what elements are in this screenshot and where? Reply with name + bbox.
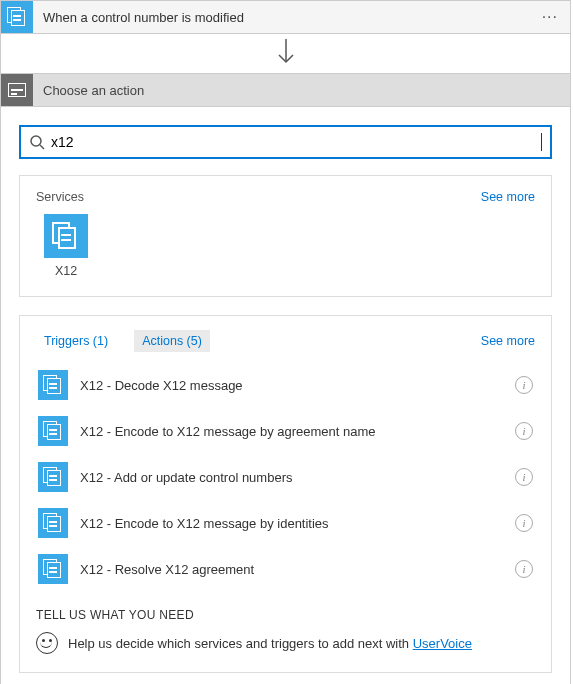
- info-icon[interactable]: i: [515, 422, 533, 440]
- doc-stack-icon: [44, 214, 88, 258]
- smiley-icon: [36, 632, 58, 654]
- uservoice-link[interactable]: UserVoice: [413, 636, 472, 651]
- service-tile-x12[interactable]: X12: [36, 214, 96, 278]
- info-icon[interactable]: i: [515, 514, 533, 532]
- choose-action-body: Services See more X12 Triggers (1) Actio…: [1, 107, 570, 684]
- action-item-label: X12 - Encode to X12 message by identitie…: [80, 516, 503, 531]
- services-see-more-link[interactable]: See more: [481, 190, 535, 204]
- action-item[interactable]: X12 - Decode X12 messagei: [36, 362, 535, 408]
- designer-panel: When a control number is modified ··· Ch…: [0, 0, 571, 684]
- search-input[interactable]: [45, 134, 543, 150]
- tab-triggers[interactable]: Triggers (1): [36, 330, 116, 352]
- svg-point-1: [31, 136, 41, 146]
- info-icon[interactable]: i: [515, 376, 533, 394]
- x12-connector-icon: [1, 1, 33, 33]
- action-item-label: X12 - Encode to X12 message by agreement…: [80, 424, 503, 439]
- results-section: Triggers (1) Actions (5) See more X12 - …: [19, 315, 552, 673]
- services-heading: Services: [36, 190, 84, 204]
- info-icon[interactable]: i: [515, 468, 533, 486]
- action-search[interactable]: [19, 125, 552, 159]
- ellipsis-icon[interactable]: ···: [530, 8, 570, 26]
- results-tabs: Triggers (1) Actions (5) See more: [36, 330, 535, 352]
- doc-stack-icon: [38, 462, 68, 492]
- action-item[interactable]: X12 - Add or update control numbersi: [36, 454, 535, 500]
- flow-arrow: [1, 34, 570, 74]
- svg-line-2: [40, 145, 44, 149]
- action-item-label: X12 - Decode X12 message: [80, 378, 503, 393]
- feedback-section: TELL US WHAT YOU NEED Help us decide whi…: [36, 608, 535, 654]
- feedback-text: Help us decide which services and trigge…: [68, 636, 472, 651]
- feedback-heading: TELL US WHAT YOU NEED: [36, 608, 535, 622]
- info-icon[interactable]: i: [515, 560, 533, 578]
- actions-list: X12 - Decode X12 messageiX12 - Encode to…: [36, 362, 535, 592]
- action-item[interactable]: X12 - Encode to X12 message by identitie…: [36, 500, 535, 546]
- doc-stack-icon: [7, 7, 27, 27]
- text-cursor: [541, 133, 542, 151]
- tab-actions[interactable]: Actions (5): [134, 330, 210, 352]
- action-item-label: X12 - Add or update control numbers: [80, 470, 503, 485]
- wizard-icon: [1, 74, 33, 106]
- arrow-down-icon: [276, 39, 296, 69]
- action-item[interactable]: X12 - Resolve X12 agreementi: [36, 546, 535, 592]
- search-icon: [29, 134, 45, 150]
- doc-stack-icon: [38, 416, 68, 446]
- doc-stack-icon: [38, 370, 68, 400]
- doc-stack-icon: [38, 554, 68, 584]
- action-item[interactable]: X12 - Encode to X12 message by agreement…: [36, 408, 535, 454]
- results-see-more-link[interactable]: See more: [481, 334, 535, 348]
- doc-stack-icon: [38, 508, 68, 538]
- action-item-label: X12 - Resolve X12 agreement: [80, 562, 503, 577]
- services-section: Services See more X12: [19, 175, 552, 297]
- service-tile-label: X12: [36, 264, 96, 278]
- trigger-title: When a control number is modified: [33, 10, 530, 25]
- choose-action-title: Choose an action: [33, 83, 570, 98]
- choose-action-header: Choose an action: [1, 74, 570, 107]
- trigger-card-header[interactable]: When a control number is modified ···: [1, 1, 570, 34]
